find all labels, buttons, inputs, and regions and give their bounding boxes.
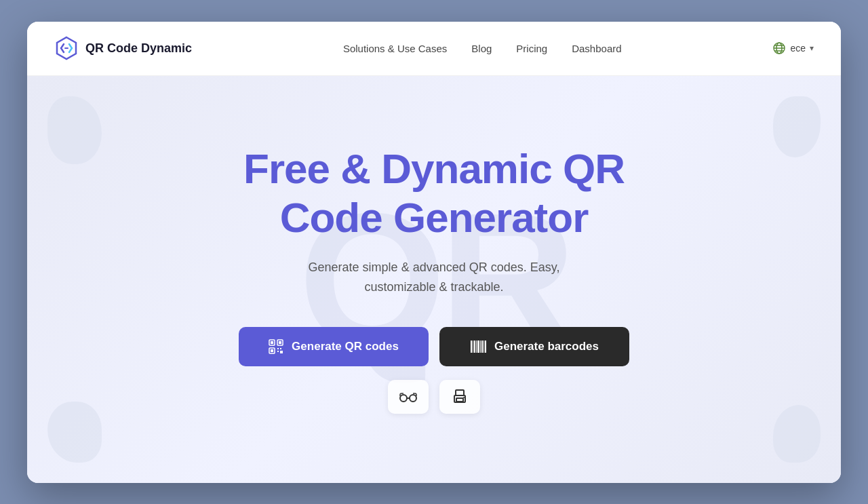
svg-point-27 <box>410 395 416 402</box>
svg-rect-10 <box>279 341 281 344</box>
nav-link-pricing[interactable]: Pricing <box>516 43 547 54</box>
browser-window: QR Code Dynamic Solutions & Use Cases Bl… <box>27 22 841 483</box>
printer-button[interactable] <box>439 380 480 414</box>
svg-rect-16 <box>280 351 283 353</box>
svg-rect-25 <box>485 341 486 353</box>
qr-icon <box>269 339 283 354</box>
svg-rect-24 <box>484 341 484 353</box>
globe-icon <box>772 41 786 55</box>
blob-bottom-left <box>47 402 102 463</box>
svg-rect-19 <box>474 341 475 353</box>
logo-icon <box>54 36 79 60</box>
svg-rect-20 <box>476 341 477 353</box>
glasses-button[interactable] <box>388 380 429 414</box>
user-label: ece <box>790 43 806 54</box>
svg-rect-21 <box>477 341 479 353</box>
barcode-icon <box>470 339 486 354</box>
hero-title-line1: Free & Dynamic QR <box>243 145 625 192</box>
svg-rect-14 <box>280 348 281 349</box>
language-selector[interactable]: ece ▾ <box>772 41 814 55</box>
generate-barcode-button[interactable]: Generate barcodes <box>439 327 629 366</box>
icon-buttons <box>239 380 629 414</box>
generate-qr-button[interactable]: Generate QR codes <box>239 327 429 366</box>
svg-rect-8 <box>271 341 273 344</box>
chevron-down-icon: ▾ <box>810 43 814 53</box>
printer-icon <box>452 389 468 405</box>
svg-point-31 <box>463 397 465 398</box>
hero-subtitle: Generate simple & advanced QR codes. Eas… <box>239 258 629 297</box>
hero-section: Free & Dynamic QR Code Generator Generat… <box>239 144 629 413</box>
generate-barcode-label: Generate barcodes <box>494 340 599 353</box>
generate-qr-label: Generate QR codes <box>292 340 399 353</box>
glasses-icon <box>399 391 418 403</box>
svg-rect-22 <box>480 341 481 353</box>
nav-link-dashboard[interactable]: Dashboard <box>572 43 621 54</box>
navbar: QR Code Dynamic Solutions & Use Cases Bl… <box>27 22 841 76</box>
blob-bottom-right <box>773 405 821 463</box>
cta-buttons: Generate QR codes Gen <box>239 327 629 366</box>
nav-link-solutions[interactable]: Solutions & Use Cases <box>343 43 447 54</box>
main-content: QR Free & Dynamic QR Code Generator Gene… <box>27 76 841 483</box>
hero-title-line2: Code Generator <box>280 194 589 241</box>
blob-top-right <box>773 96 821 157</box>
svg-rect-13 <box>277 348 279 349</box>
nav-link-blog[interactable]: Blog <box>471 43 492 54</box>
svg-rect-17 <box>471 341 472 353</box>
svg-rect-30 <box>456 398 463 402</box>
svg-rect-28 <box>456 390 464 395</box>
hero-title: Free & Dynamic QR Code Generator <box>239 144 629 241</box>
blob-top-left <box>47 96 102 164</box>
svg-rect-15 <box>277 351 279 352</box>
svg-point-26 <box>400 395 407 402</box>
nav-links: Solutions & Use Cases Blog Pricing Dashb… <box>343 43 622 54</box>
logo[interactable]: QR Code Dynamic <box>54 36 192 60</box>
nav-right: ece ▾ <box>772 41 814 55</box>
svg-rect-12 <box>271 349 273 352</box>
logo-text: QR Code Dynamic <box>85 41 192 56</box>
svg-rect-23 <box>481 341 483 353</box>
svg-rect-18 <box>473 341 473 353</box>
